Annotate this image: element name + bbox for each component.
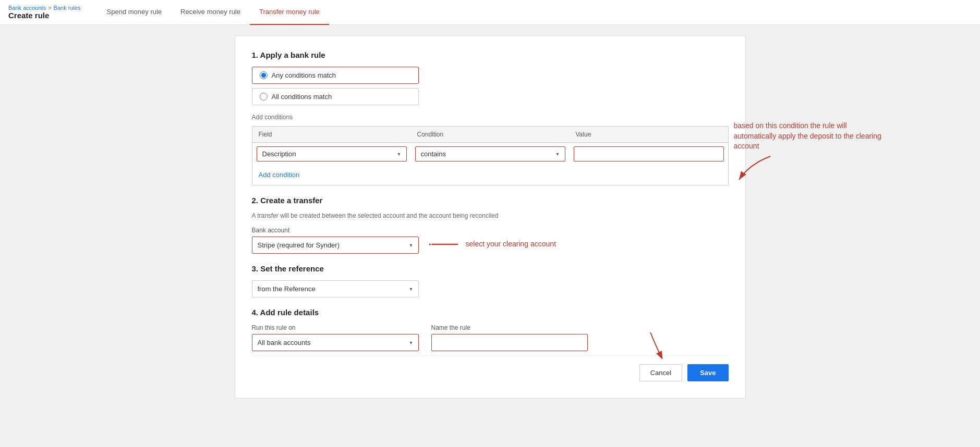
col-field: Field: [252, 127, 411, 142]
panel-footer: Cancel Save: [252, 355, 729, 381]
annotation-arrow-2: [429, 238, 461, 251]
top-nav: Bank accounts > Bank rules Create rule S…: [0, 0, 980, 25]
radio-all-conditions[interactable]: All conditions match: [252, 88, 419, 105]
reference-select[interactable]: from the Reference from the Description …: [252, 280, 419, 297]
condition-field-cell: Description Reference Amount: [252, 143, 411, 165]
tab-nav: Spend money rule Receive money rule Tran…: [98, 0, 329, 25]
condition-value-input[interactable]: Stripe deposit: [574, 146, 724, 162]
tab-transfer-money-rule[interactable]: Transfer money rule: [250, 0, 329, 25]
breadcrumb: Bank accounts > Bank rules: [8, 5, 81, 11]
radio-all-label: All conditions match: [272, 93, 332, 101]
annotation-section1-text: based on this condition the rule will au…: [734, 121, 885, 152]
annotation-arrow-1: [734, 154, 776, 185]
name-rule-label: Name the rule: [431, 324, 588, 331]
condition-field-select[interactable]: Description Reference Amount: [257, 146, 407, 162]
add-condition-link[interactable]: Add condition: [252, 167, 306, 183]
breadcrumb-bank-accounts[interactable]: Bank accounts: [8, 5, 46, 11]
col-condition: Condition: [411, 127, 570, 142]
annotation-section1: based on this condition the rule will au…: [734, 121, 885, 185]
condition-row-1: Description Reference Amount contains do…: [252, 143, 728, 165]
breadcrumb-area: Bank accounts > Bank rules Create rule: [8, 5, 81, 20]
radio-any-label: Any conditions match: [272, 71, 336, 79]
breadcrumb-bank-rules[interactable]: Bank rules: [54, 5, 81, 11]
section1-title: 1. Apply a bank rule: [252, 51, 729, 59]
condition-type-select[interactable]: contains doesn't contain starts with end…: [415, 146, 565, 162]
radio-any-conditions[interactable]: Any conditions match: [252, 67, 419, 84]
page-title: Create rule: [8, 11, 81, 20]
tab-spend-money-rule[interactable]: Spend money rule: [98, 0, 172, 25]
transfer-description: A transfer will be created between the s…: [252, 212, 729, 219]
section2-title: 2. Create a transfer: [252, 196, 729, 205]
radio-any-input[interactable]: [260, 71, 268, 79]
run-rule-select[interactable]: All bank accounts Specific bank account: [252, 334, 419, 351]
bank-account-select[interactable]: Stripe (required for Synder) Checking ac…: [252, 237, 419, 254]
annotation-section2: select your clearing account: [429, 238, 556, 251]
main-content: 1. Apply a bank rule Any conditions matc…: [0, 25, 980, 409]
name-rule-input[interactable]: Stripe deposits: [431, 334, 588, 351]
condition-type-cell: contains doesn't contain starts with end…: [411, 143, 570, 165]
radio-all-input[interactable]: [260, 93, 268, 101]
save-button[interactable]: Save: [687, 364, 728, 381]
annotation-section2-text: select your clearing account: [466, 239, 556, 250]
breadcrumb-sep: >: [48, 5, 51, 11]
run-rule-select-wrapper: All bank accounts Specific bank account: [252, 334, 419, 351]
condition-value-cell: Stripe deposit: [570, 143, 728, 165]
bank-account-select-wrapper: Stripe (required for Synder) Checking ac…: [252, 237, 419, 254]
run-rule-label: Run this rule on: [252, 324, 419, 331]
name-rule-field: Name the rule Stripe deposits: [431, 324, 588, 351]
condition-type-wrapper: contains doesn't contain starts with end…: [415, 146, 565, 162]
section3-title: 3. Set the reference: [252, 264, 729, 273]
reference-select-wrapper: from the Reference from the Description …: [252, 280, 419, 297]
form-panel: 1. Apply a bank rule Any conditions matc…: [235, 35, 746, 399]
add-conditions-text: Add conditions: [252, 114, 729, 121]
section4-title: 4. Add rule details: [252, 308, 729, 317]
col-value: Value: [570, 127, 728, 142]
run-rule-field: Run this rule on All bank accounts Speci…: [252, 324, 419, 351]
radio-group: Any conditions match All conditions matc…: [252, 67, 729, 105]
annotation-arrow-save: [635, 330, 666, 361]
bank-account-label: Bank account: [252, 227, 419, 234]
conditions-table: Field Condition Value Description Refere…: [252, 126, 729, 185]
tab-receive-money-rule[interactable]: Receive money rule: [171, 0, 250, 25]
conditions-header: Field Condition Value: [252, 127, 728, 143]
cancel-button[interactable]: Cancel: [639, 364, 682, 381]
condition-field-wrapper: Description Reference Amount: [257, 146, 407, 162]
